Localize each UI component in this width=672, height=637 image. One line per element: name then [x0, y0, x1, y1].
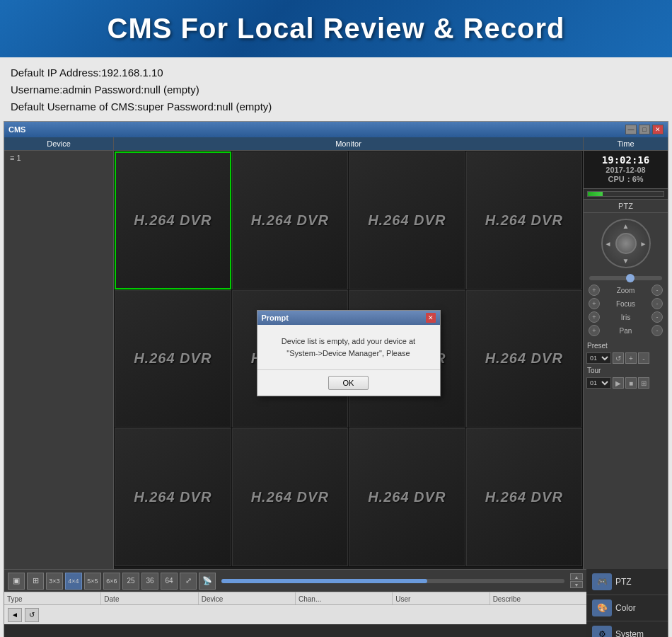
side-menu-item-system[interactable]: ⚙System: [586, 621, 668, 637]
info-line2: Username:admin Password:null (empty): [11, 81, 661, 98]
cpu-bar-container: [584, 189, 668, 199]
pan-label: Pan: [601, 327, 650, 335]
cpu-fill: [588, 192, 603, 196]
log-refresh-btn[interactable]: ↺: [25, 608, 39, 622]
cpu-bar: [587, 191, 664, 197]
log-prev-btn[interactable]: ◄: [8, 608, 22, 622]
ptz-left-arrow: ◄: [605, 240, 612, 248]
dialog-titlebar: Prompt ✕: [257, 311, 440, 325]
side-menu-item-ptz[interactable]: 🎮PTZ: [586, 569, 668, 595]
preset-refresh-btn[interactable]: ↺: [613, 352, 624, 364]
preset-remove-btn[interactable]: -: [638, 352, 649, 364]
date-value: 2017-12-08: [586, 166, 666, 174]
dialog-body: Device list is empty, add your device at…: [257, 325, 440, 369]
cms-titlebar: CMS — □ ✕: [4, 122, 668, 137]
main-bottom-area: ▣ ⊞ 3×3 4×4 5×5 6×6 25 36 64 ⤢ 📡 ▲ ▼: [4, 569, 586, 637]
cms-window: CMS — □ ✕ Device ≡ 1 Monitor H.264 DVRH.…: [4, 121, 668, 637]
tour-select[interactable]: 01: [586, 377, 611, 389]
right-panel: Time 19:02:16 2017-12-08 CPU：6% PTZ ▲ ▼ …: [583, 137, 668, 569]
dialog-close-button[interactable]: ✕: [426, 313, 436, 323]
ptz-right-arrow: ►: [640, 240, 647, 248]
ptz-pan-plus[interactable]: +: [589, 325, 600, 336]
side-menu-label-color: Color: [615, 603, 636, 613]
side-menu: 🎮PTZ🎨Color⚙System▶PlayBack↑Advance🚪LogOu…: [586, 569, 668, 637]
tour-grid-btn[interactable]: ⊞: [638, 377, 649, 389]
device-header: Device: [4, 137, 113, 151]
prompt-dialog: Prompt ✕ Device list is empty, add your …: [257, 310, 441, 396]
scroll-up-btn[interactable]: ▲: [570, 573, 583, 580]
ptz-focus-minus[interactable]: -: [651, 298, 663, 309]
side-menu-label-system: System: [615, 629, 644, 637]
dialog-ok-button[interactable]: OK: [328, 376, 369, 390]
log-header: TypeDateDeviceChan...UserDescribe: [4, 592, 586, 604]
log-bottom: ◄ ↺: [4, 604, 586, 624]
zoom-label: Zoom: [601, 287, 650, 294]
time-header: Time: [584, 137, 668, 151]
dialog-message: Device list is empty, add your device at…: [282, 337, 415, 357]
maximize-button[interactable]: □: [639, 125, 650, 134]
ptz-pan-minus[interactable]: -: [651, 325, 663, 336]
monitor-panel: Monitor H.264 DVRH.264 DVRH.264 DVRH.264…: [114, 137, 583, 569]
log-col-device: Device: [199, 592, 296, 604]
time-value: 19:02:16: [586, 154, 666, 166]
dialog-title: Prompt: [262, 314, 289, 322]
view-64-btn[interactable]: 64: [161, 573, 178, 590]
header-title: CMS For Local Review & Record: [7, 13, 665, 45]
view-2x2-btn[interactable]: ⊞: [27, 573, 44, 590]
view-slider-fill: [221, 579, 427, 583]
view-3x3-btn[interactable]: 3×3: [46, 573, 63, 590]
preset-select[interactable]: 01: [586, 352, 611, 364]
ptz-joystick: ▲ ▼ ◄ ►: [584, 213, 668, 274]
view-6x6-btn[interactable]: 6×6: [103, 573, 120, 590]
cms-bottom: ▣ ⊞ 3×3 4×4 5×5 6×6 25 36 64 ⤢ 📡 ▲ ▼: [4, 569, 668, 637]
cpu-value: CPU：6%: [586, 174, 666, 185]
ptz-slider-bar[interactable]: [589, 276, 662, 280]
preset-add-btn[interactable]: +: [625, 352, 637, 364]
view-slider[interactable]: [221, 579, 564, 583]
network-btn[interactable]: 📡: [199, 573, 216, 590]
close-button[interactable]: ✕: [652, 125, 664, 134]
info-section: Default IP Address:192.168.1.10 Username…: [0, 57, 672, 121]
side-menu-icon-ptz: 🎮: [592, 573, 612, 590]
bottom-toolbar: ▣ ⊞ 3×3 4×4 5×5 6×6 25 36 64 ⤢ 📡 ▲ ▼: [4, 569, 586, 592]
device-item[interactable]: ≡ 1: [4, 151, 113, 165]
side-menu-label-ptz: PTZ: [615, 577, 632, 587]
ptz-iris-minus[interactable]: -: [651, 311, 663, 323]
ptz-arrows: ▲ ▼ ◄ ►: [603, 220, 649, 267]
side-menu-icon-system: ⚙: [592, 626, 612, 637]
fullscreen-btn[interactable]: ⤢: [180, 573, 197, 590]
ptz-zoom-row: + Zoom -: [587, 285, 664, 296]
log-col-describe: Describe: [490, 592, 586, 604]
minimize-button[interactable]: —: [625, 125, 637, 134]
side-menu-item-color[interactable]: 🎨Color: [586, 595, 668, 621]
ptz-iris-plus[interactable]: +: [589, 311, 600, 323]
log-col-user: User: [393, 592, 489, 604]
tour-play-btn[interactable]: ▶: [613, 377, 624, 389]
ptz-pan-row: + Pan -: [587, 325, 664, 336]
ptz-iris-row: + Iris -: [587, 311, 664, 323]
view-4x4-btn[interactable]: 4×4: [65, 573, 82, 590]
preset-label: Preset: [584, 340, 668, 351]
focus-label: Focus: [601, 300, 650, 308]
view-25-btn[interactable]: 25: [122, 573, 139, 590]
tour-stop-btn[interactable]: ■: [625, 377, 637, 389]
ptz-up-arrow: ▲: [622, 222, 630, 230]
side-menu-icon-color: 🎨: [592, 599, 612, 616]
ptz-zoom-plus[interactable]: +: [589, 285, 600, 296]
ptz-slider-thumb: [626, 274, 635, 282]
header: CMS For Local Review & Record: [0, 0, 672, 57]
ptz-label: PTZ: [584, 199, 668, 213]
view-1x1-btn[interactable]: ▣: [8, 573, 25, 590]
ptz-controls: + Zoom - + Focus - + Iris - + Pan -: [584, 282, 668, 340]
dialog-overlay: Prompt ✕ Device list is empty, add your …: [114, 137, 583, 569]
ptz-focus-plus[interactable]: +: [589, 298, 600, 309]
view-5x5-btn[interactable]: 5×5: [84, 573, 101, 590]
device-panel: Device ≡ 1: [4, 137, 114, 569]
joystick-circle[interactable]: ▲ ▼ ◄ ►: [601, 219, 651, 268]
scroll-down-btn[interactable]: ▼: [570, 581, 583, 588]
scroll-buttons: ▲ ▼: [570, 573, 583, 588]
cms-controls: — □ ✕: [625, 125, 664, 134]
ptz-slider-container: [584, 274, 668, 282]
ptz-zoom-minus[interactable]: -: [651, 285, 663, 296]
view-36-btn[interactable]: 36: [141, 573, 158, 590]
